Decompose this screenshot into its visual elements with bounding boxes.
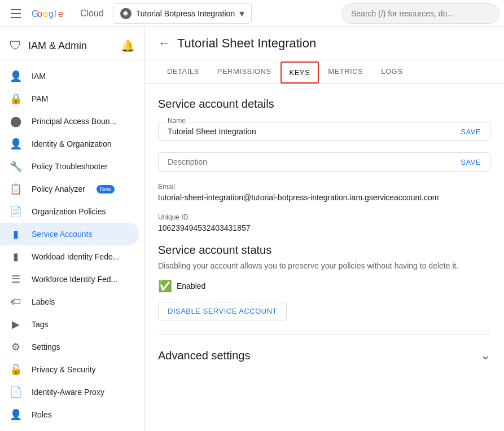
service-account-status-section: Service account status Disabling your ac… [158,244,490,320]
sidebar-label-org-policies: Organization Policies [32,207,106,216]
search-bar[interactable] [341,3,499,24]
tab-permissions[interactable]: PERMISSIONS [208,60,281,84]
status-badge: ✅ Enabled [158,279,490,293]
tabs-bar: DETAILSPERMISSIONSKEYSMETRICSLOGS [144,60,504,84]
email-section: Email tutorial-sheet-integration@tutoria… [158,183,490,202]
name-field-group: Name SAVE [158,122,490,141]
email-value: tutorial-sheet-integration@tutorial-botp… [158,193,490,202]
sidebar-item-privacy-security[interactable]: 🔓Privacy & Security [0,358,139,381]
workforce-identity-fed-icon: ☰ [9,273,23,285]
roles-icon: 👤 [9,408,23,421]
sidebar-item-pam[interactable]: 🔒PAM [0,87,139,110]
advanced-settings-title: Advanced settings [158,349,250,362]
identity-org-icon: 👤 [9,138,23,150]
sidebar-item-identity-org[interactable]: 👤Identity & Organization [0,133,139,155]
sidebar: 🛡 IAM & Admin 🔔 👤IAM🔒PAM⬤Principal Acces… [0,27,144,431]
description-field-group: SAVE [158,152,490,171]
check-circle-icon: ✅ [158,279,172,293]
sidebar-label-policy-troubleshooter: Policy Troubleshooter [32,162,108,171]
iam-icon: 👤 [9,70,23,82]
unique-id-section: Unique ID 106239494532403431857 [158,213,490,232]
sidebar-label-iam: IAM [32,72,46,81]
sidebar-label-identity-org: Identity & Organization [32,139,112,148]
status-section-title: Service account status [158,244,490,257]
workload-identity-fede-icon: ▮ [9,250,23,263]
tags-icon: ▶ [9,318,23,331]
sidebar-item-iam[interactable]: 👤IAM [0,65,139,87]
advanced-settings-section: Advanced settings ⌄ [158,334,490,376]
sidebar-label-workload-identity-fede: Workload Identity Fede... [32,252,119,261]
policy-analyzer-icon: 📋 [9,183,23,195]
advanced-settings-toggle[interactable]: Advanced settings ⌄ [158,344,490,367]
google-cloud-logo: G o o g l e Cloud [32,7,104,20]
disable-service-account-button[interactable]: DISABLE SERVICE ACCOUNT [158,302,287,320]
sidebar-label-service-accounts: Service Accounts [32,230,92,239]
project-selector[interactable]: ⬟ Tutorial Botpress Integration ▾ [113,3,252,24]
main-layout: 🛡 IAM & Admin 🔔 👤IAM🔒PAM⬤Principal Acces… [0,27,504,431]
principal-access-icon: ⬤ [9,115,23,127]
sidebar-item-service-accounts[interactable]: ▮Service Accounts [0,223,139,245]
tab-logs[interactable]: LOGS [372,60,411,84]
svg-text:e: e [58,9,63,19]
email-label: Email [158,183,490,191]
shield-icon: 🛡 [9,38,21,53]
description-field-box: SAVE [158,152,490,171]
unique-id-value: 106239494532403431857 [158,223,490,232]
sidebar-item-tags[interactable]: ▶Tags [0,313,139,336]
sidebar-item-policy-analyzer[interactable]: 📋Policy AnalyzerNew [0,178,139,200]
sidebar-item-identity-aware-proxy[interactable]: 📄Identity-Aware Proxy [0,381,139,403]
back-button[interactable]: ← [158,36,170,51]
sidebar-item-workload-identity-fede[interactable]: ▮Workload Identity Fede... [0,245,139,268]
sidebar-label-principal-access: Principal Access Boun... [32,117,116,126]
description-input[interactable] [168,157,452,166]
tab-metrics[interactable]: METRICS [319,60,372,84]
svg-text:l: l [54,9,56,19]
privacy-security-icon: 🔓 [9,363,23,376]
sidebar-label-policy-analyzer: Policy Analyzer [32,184,85,193]
hamburger-icon [11,9,21,18]
project-dot-icon: ⬟ [120,8,132,19]
form-content: Service account details Name SAVE SAVE E… [144,84,504,390]
name-field-box: Name SAVE [158,122,490,141]
sidebar-title: IAM & Admin [28,40,87,52]
sidebar-item-principal-access[interactable]: ⬤Principal Access Boun... [0,110,139,133]
policy-troubleshooter-icon: 🔧 [9,160,23,173]
sidebar-label-tags: Tags [32,320,49,329]
sidebar-item-policy-troubleshooter[interactable]: 🔧Policy Troubleshooter [0,155,139,178]
sidebar-label-labels: Labels [32,297,55,306]
sidebar-item-workforce-identity-fed[interactable]: ☰Workforce Identity Fed... [0,268,139,291]
tab-details[interactable]: DETAILS [158,60,208,84]
sidebar-items: 👤IAM🔒PAM⬤Principal Access Boun...👤Identi… [0,65,144,431]
name-input[interactable] [168,127,452,136]
content-area: ← Tutorial Sheet Integration DETAILSPERM… [144,27,504,431]
sidebar-label-privacy-security: Privacy & Security [32,365,96,374]
sidebar-label-identity-aware-proxy: Identity-Aware Proxy [32,388,104,397]
name-save-button[interactable]: SAVE [461,127,481,136]
name-label: Name [165,117,188,125]
sidebar-item-org-policies[interactable]: 📄Organization Policies [0,200,139,223]
content-header: ← Tutorial Sheet Integration [144,27,504,60]
unique-id-label: Unique ID [158,213,490,221]
sidebar-item-labels[interactable]: 🏷Labels [0,291,139,313]
project-dropdown-arrow: ▾ [239,7,244,20]
description-save-button[interactable]: SAVE [461,158,481,166]
settings-icon: ⚙ [9,341,23,353]
sidebar-item-roles[interactable]: 👤Roles [0,403,139,426]
sidebar-header: 🛡 IAM & Admin 🔔 [0,32,144,60]
topbar: G o o g l e Cloud ⬟ Tutorial Botpress In… [0,0,504,27]
identity-aware-proxy-icon: 📄 [9,386,23,398]
notification-bell-icon[interactable]: 🔔 [121,39,135,52]
policy-analyzer-badge: New [97,185,115,193]
sidebar-item-manage-resources[interactable]: 📁Manage Resources [0,426,139,431]
search-input[interactable] [351,9,490,18]
google-cloud-text: Cloud [80,8,104,19]
svg-text:o: o [43,9,48,19]
project-name: Tutorial Botpress Integration [136,9,235,18]
enabled-text: Enabled [177,282,205,291]
org-policies-icon: 📄 [9,205,23,218]
service-account-details-title: Service account details [158,98,490,111]
menu-button[interactable] [5,2,27,25]
service-accounts-icon: ▮ [9,228,23,240]
sidebar-item-settings[interactable]: ⚙Settings [0,336,139,358]
tab-keys[interactable]: KEYS [281,61,319,83]
